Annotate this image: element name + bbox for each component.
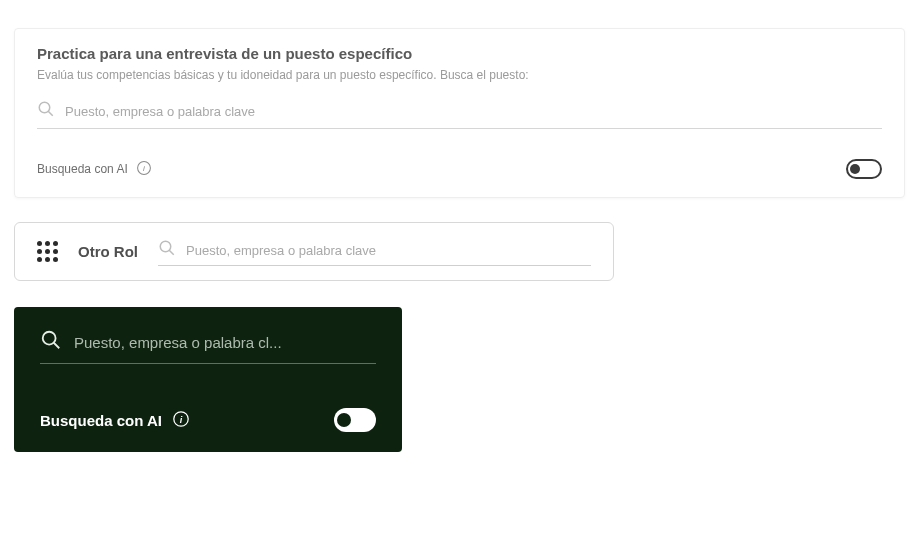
section-1: Practica para una entrevista de un puest… [14,28,905,198]
svg-point-4 [160,241,171,252]
toggle-knob [337,413,351,427]
section-3: Puesto, empresa o palabra cl... Busqueda… [14,307,905,452]
svg-line-7 [54,343,60,349]
search-icon [37,100,55,122]
light-panel: Practica para una entrevista de un puest… [14,28,905,198]
svg-point-0 [39,102,50,113]
ai-search-label: Busqueda con AI [37,162,128,176]
ai-search-label-dark: Busqueda con AI [40,412,162,429]
panel-subtitle: Evalúa tus competencias básicas y tu ido… [37,68,882,82]
other-role-label: Otro Rol [78,243,138,260]
panel-title: Practica para una entrevista de un puest… [37,45,882,62]
ai-search-toggle-dark[interactable] [334,408,376,432]
svg-line-1 [48,111,53,116]
svg-text:i: i [143,164,145,173]
ai-search-toggle[interactable] [846,159,882,179]
search-icon [40,329,62,355]
info-icon[interactable]: i [172,410,190,431]
search-icon [158,239,176,261]
ai-search-label-group-dark: Busqueda con AI i [40,410,190,431]
toggle-knob [850,164,860,174]
ai-search-label-group: Busqueda con AI i [37,160,152,179]
ai-search-row: Busqueda con AI i [37,159,882,179]
search-field-container [37,96,882,129]
dark-panel: Puesto, empresa o palabra cl... Busqueda… [14,307,402,452]
svg-line-5 [169,250,174,255]
search-placeholder-text: Puesto, empresa o palabra cl... [74,334,282,351]
search-field-container-3[interactable]: Puesto, empresa o palabra cl... [40,329,376,364]
ai-search-row-dark: Busqueda con AI i [40,408,376,432]
search-field-container-2 [158,237,591,266]
search-input[interactable] [65,104,882,119]
svg-point-6 [43,332,56,345]
section-2: Otro Rol [14,222,905,281]
svg-text:i: i [180,414,183,424]
search-input-2[interactable] [186,243,591,258]
grid-icon [37,241,58,262]
info-icon[interactable]: i [136,160,152,179]
other-role-card: Otro Rol [14,222,614,281]
